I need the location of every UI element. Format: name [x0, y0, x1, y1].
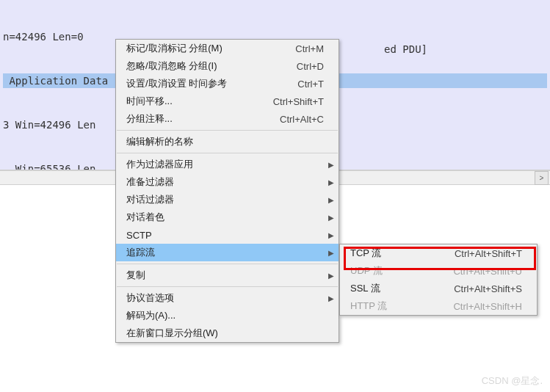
menu-item-label: 复制	[126, 269, 324, 282]
menu-item-label: 解码为(A)...	[126, 309, 324, 322]
context-menu-item[interactable]: 对话着色▶	[116, 208, 339, 226]
watermark: CSDN @星念.	[482, 374, 543, 388]
context-menu-item[interactable]: 在新窗口显示分组(W)	[116, 324, 339, 342]
context-menu-item[interactable]: 时间平移...Ctrl+Shift+T	[116, 92, 339, 110]
menu-item-label: 分组注释...	[126, 112, 258, 126]
menu-item-shortcut: Ctrl+M	[295, 43, 324, 54]
scroll-right-button[interactable]: >	[535, 171, 549, 185]
menu-item-label: 追踪流	[126, 246, 324, 259]
menu-item-label: 忽略/取消忽略 分组(I)	[126, 59, 275, 73]
menu-item-shortcut: Ctrl+D	[297, 61, 324, 72]
menu-item-shortcut: Ctrl+Shift+T	[273, 96, 324, 107]
submenu-arrow-icon: ▶	[328, 214, 334, 222]
menu-item-label: 对话过滤器	[126, 193, 324, 206]
menu-item-shortcut: Ctrl+Alt+Shift+T	[455, 248, 522, 259]
menu-separator	[117, 153, 338, 153]
context-menu-item[interactable]: 分组注释...Ctrl+Alt+C	[116, 110, 339, 128]
menu-item-label: TCP 流	[350, 247, 433, 260]
menu-item-shortcut: Ctrl+Alt+C	[280, 114, 324, 125]
context-menu-item[interactable]: 设置/取消设置 时间参考Ctrl+T	[116, 75, 339, 92]
menu-item-label: HTTP 流	[350, 300, 431, 313]
submenu-arrow-icon: ▶	[328, 294, 334, 302]
menu-item-label: 设置/取消设置 时间参考	[126, 77, 275, 90]
context-menu-item[interactable]: 编辑解析的名称	[116, 133, 339, 150]
menu-separator	[117, 130, 338, 131]
submenu-arrow-icon: ▶	[328, 161, 334, 169]
menu-item-label: SCTP	[126, 230, 324, 241]
menu-item-shortcut: Ctrl+Alt+Shift+H	[453, 301, 522, 312]
menu-separator	[117, 264, 338, 264]
context-menu-item[interactable]: 追踪流▶	[116, 244, 339, 261]
menu-item-label: 标记/取消标记 分组(M)	[126, 42, 273, 55]
submenu-arrow-icon: ▶	[328, 231, 334, 239]
context-menu[interactable]: 标记/取消标记 分组(M)Ctrl+M忽略/取消忽略 分组(I)Ctrl+D设置…	[115, 39, 339, 343]
context-menu-item[interactable]: SCTP▶	[116, 226, 339, 244]
context-menu-item[interactable]: 忽略/取消忽略 分组(I)Ctrl+D	[116, 57, 339, 75]
submenu-arrow-icon: ▶	[328, 178, 334, 186]
context-menu-item[interactable]: 作为过滤器应用▶	[116, 156, 339, 173]
context-menu-item[interactable]: 准备过滤器▶	[116, 173, 339, 191]
menu-item-label: 时间平移...	[126, 95, 251, 108]
context-menu-item[interactable]: 对话过滤器▶	[116, 191, 339, 208]
menu-item-label: 准备过滤器	[126, 175, 324, 189]
menu-item-label: 作为过滤器应用	[126, 158, 324, 171]
submenu-arrow-icon: ▶	[328, 249, 334, 257]
context-menu-item[interactable]: 复制▶	[116, 266, 339, 284]
menu-item-shortcut: Ctrl+Alt+Shift+S	[454, 283, 522, 294]
context-menu-item[interactable]: 协议首选项▶	[116, 289, 339, 307]
context-menu-item[interactable]: 解码为(A)...	[116, 307, 339, 324]
menu-item-label: 协议首选项	[126, 291, 324, 305]
context-menu-item[interactable]: 标记/取消标记 分组(M)Ctrl+M	[116, 40, 339, 57]
menu-item-shortcut: Ctrl+T	[297, 79, 324, 90]
submenu-arrow-icon: ▶	[328, 272, 334, 280]
menu-item-label: 编辑解析的名称	[126, 135, 324, 148]
menu-item-label: 对话着色	[126, 211, 324, 224]
menu-item-shortcut: Ctrl+Alt+Shift+U	[453, 266, 522, 277]
follow-stream-submenu[interactable]: TCP 流Ctrl+Alt+Shift+TUDP 流Ctrl+Alt+Shift…	[339, 244, 538, 316]
menu-item-label: 在新窗口显示分组(W)	[126, 327, 324, 340]
packet-fragment-text: ed PDU]	[384, 43, 427, 55]
menu-item-label: SSL 流	[350, 282, 432, 295]
menu-item-label: UDP 流	[350, 264, 431, 277]
menu-separator	[117, 286, 338, 287]
follow-stream-item: HTTP 流Ctrl+Alt+Shift+H	[340, 297, 537, 315]
follow-stream-item: UDP 流Ctrl+Alt+Shift+U	[340, 262, 537, 280]
follow-stream-item[interactable]: SSL 流Ctrl+Alt+Shift+S	[340, 280, 537, 297]
follow-stream-item[interactable]: TCP 流Ctrl+Alt+Shift+T	[340, 244, 537, 262]
submenu-arrow-icon: ▶	[328, 196, 334, 204]
